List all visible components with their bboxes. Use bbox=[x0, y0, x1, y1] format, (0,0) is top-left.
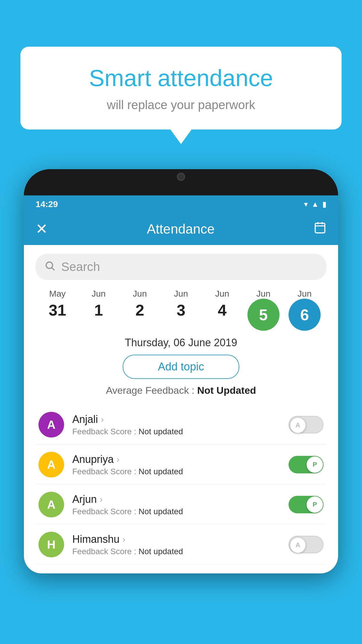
student-item-anupriya[interactable]: A Anupriya › Feedback Score : Not update… bbox=[36, 445, 326, 485]
student-info-arjun: Arjun › Feedback Score : Not updated bbox=[72, 493, 280, 516]
student-info-anjali: Anjali › Feedback Score : Not updated bbox=[72, 413, 280, 436]
calendar-day-3[interactable]: Jun 3 bbox=[162, 289, 200, 331]
battery-icon: ▮ bbox=[322, 200, 326, 209]
student-name-arjun: Arjun › bbox=[72, 493, 280, 505]
status-bar: 14:29 ▾ ▲ ▮ bbox=[24, 195, 338, 213]
camera bbox=[177, 173, 185, 181]
toggle-anjali[interactable]: A bbox=[289, 416, 324, 433]
avg-feedback-label: Average Feedback : bbox=[106, 385, 197, 396]
calendar-strip: May 31 Jun 1 Jun 2 Jun 3 bbox=[36, 289, 326, 331]
student-name-anjali: Anjali › bbox=[72, 413, 280, 426]
avatar-arjun: A bbox=[38, 492, 64, 517]
avatar-anjali: A bbox=[38, 412, 64, 438]
student-feedback-anupriya: Feedback Score : Not updated bbox=[72, 467, 280, 476]
student-info-anupriya: Anupriya › Feedback Score : Not updated bbox=[72, 453, 280, 476]
avatar-anupriya: A bbox=[38, 452, 64, 477]
student-feedback-himanshu: Feedback Score : Not updated bbox=[72, 547, 280, 556]
search-input[interactable]: Search bbox=[61, 260, 100, 274]
student-info-himanshu: Himanshu › Feedback Score : Not updated bbox=[72, 533, 280, 556]
app-title: Attendance bbox=[147, 221, 215, 237]
phone-wrapper: 14:29 ▾ ▲ ▮ ✕ Attendance bbox=[24, 169, 338, 644]
phone-top bbox=[24, 169, 338, 195]
calendar-day-6[interactable]: Jun 6 bbox=[286, 289, 324, 331]
add-topic-button[interactable]: Add topic bbox=[123, 355, 239, 379]
calendar-day-5[interactable]: Jun 5 bbox=[245, 289, 282, 331]
student-list: A Anjali › Feedback Score : Not updated … bbox=[36, 405, 326, 565]
speech-bubble-container: Smart attendance will replace your paper… bbox=[20, 47, 342, 130]
student-feedback-anjali: Feedback Score : Not updated bbox=[72, 427, 280, 436]
status-time: 14:29 bbox=[36, 199, 58, 209]
bubble-subtitle: will replace your paperwork bbox=[38, 98, 324, 112]
student-item-anjali[interactable]: A Anjali › Feedback Score : Not updated … bbox=[36, 405, 326, 445]
close-button[interactable]: ✕ bbox=[36, 220, 48, 237]
avg-feedback-value: Not Updated bbox=[197, 385, 256, 396]
student-name-himanshu: Himanshu › bbox=[72, 533, 280, 545]
avatar-himanshu: H bbox=[38, 532, 64, 557]
student-name-anupriya: Anupriya › bbox=[72, 453, 280, 466]
toggle-arjun[interactable]: P bbox=[289, 496, 324, 513]
wifi-icon: ▾ bbox=[304, 200, 308, 209]
selected-date: Thursday, 06 June 2019 bbox=[36, 337, 326, 349]
calendar-day-4[interactable]: Jun 4 bbox=[203, 289, 241, 331]
calendar-day-2[interactable]: Jun 2 bbox=[121, 289, 159, 331]
toggle-anupriya[interactable]: P bbox=[289, 456, 324, 473]
status-icons: ▾ ▲ ▮ bbox=[304, 200, 326, 209]
svg-point-4 bbox=[46, 262, 52, 268]
chevron-icon: › bbox=[101, 414, 104, 424]
signal-icon: ▲ bbox=[311, 200, 319, 209]
chevron-icon: › bbox=[100, 494, 103, 504]
toggle-himanshu[interactable]: A bbox=[289, 536, 324, 553]
student-feedback-arjun: Feedback Score : Not updated bbox=[72, 507, 280, 516]
notch bbox=[164, 169, 198, 184]
bubble-title: Smart attendance bbox=[38, 64, 324, 92]
search-icon bbox=[44, 260, 55, 274]
app-content: Search May 31 Jun 1 Jun 2 bbox=[24, 245, 338, 573]
calendar-day-1[interactable]: Jun 1 bbox=[80, 289, 117, 331]
phone-frame: 14:29 ▾ ▲ ▮ ✕ Attendance bbox=[24, 169, 338, 573]
chevron-icon: › bbox=[122, 534, 125, 544]
chevron-icon: › bbox=[117, 454, 120, 464]
search-bar[interactable]: Search bbox=[36, 254, 326, 280]
calendar-day-0[interactable]: May 31 bbox=[38, 289, 76, 331]
student-item-arjun[interactable]: A Arjun › Feedback Score : Not updated P bbox=[36, 485, 326, 525]
calendar-icon[interactable] bbox=[314, 221, 326, 237]
student-item-himanshu[interactable]: H Himanshu › Feedback Score : Not update… bbox=[36, 525, 326, 565]
svg-rect-0 bbox=[315, 223, 325, 233]
avg-feedback: Average Feedback : Not Updated bbox=[36, 385, 326, 396]
svg-line-5 bbox=[52, 268, 55, 270]
speech-bubble: Smart attendance will replace your paper… bbox=[20, 47, 342, 130]
app-header: ✕ Attendance bbox=[24, 213, 338, 245]
